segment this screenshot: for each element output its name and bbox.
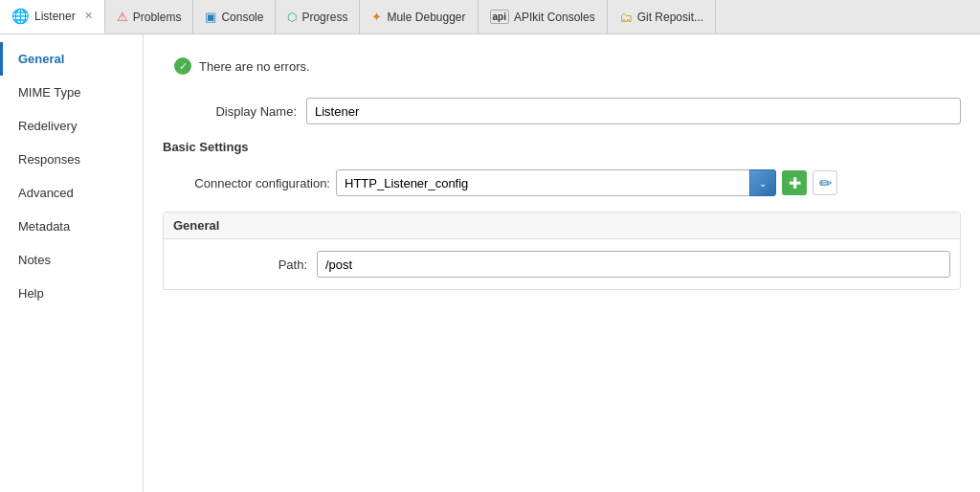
status-text: There are no errors. <box>199 59 310 74</box>
sidebar-item-notes[interactable]: Notes <box>0 243 143 277</box>
tab-problems-label: Problems <box>133 11 182 24</box>
tab-mule-debugger-label: Mule Debugger <box>387 11 465 24</box>
sidebar-label-redelivery: Redelivery <box>18 119 77 133</box>
sidebar-label-responses: Responses <box>18 152 80 167</box>
connector-select-wrap: HTTP_Listener_config ⌄ <box>336 169 776 196</box>
console-icon: ▣ <box>205 10 216 24</box>
tab-apikit[interactable]: api APIkit Consoles <box>479 0 608 34</box>
sidebar-item-help[interactable]: Help <box>0 277 143 310</box>
general-subsection: General Path: <box>163 212 961 290</box>
api-icon: api <box>490 10 509 24</box>
tab-apikit-label: APIkit Consoles <box>514 11 595 24</box>
sidebar-item-advanced[interactable]: Advanced <box>0 176 143 210</box>
general-subsection-body: Path: <box>164 239 960 289</box>
tab-mule-debugger[interactable]: ✦ Mule Debugger <box>360 0 478 34</box>
display-name-row: Display Name: <box>163 98 961 124</box>
git-icon: 🗂 <box>619 10 633 25</box>
tab-close-listener[interactable]: ✕ <box>84 10 93 22</box>
general-subsection-header: General <box>164 212 960 239</box>
path-label: Path: <box>173 257 307 272</box>
globe-icon: 🌐 <box>11 8 30 25</box>
sidebar-item-responses[interactable]: Responses <box>0 143 143 176</box>
display-name-input[interactable] <box>306 98 961 124</box>
sidebar: General MIME Type Redelivery Responses A… <box>0 34 144 492</box>
sidebar-item-redelivery[interactable]: Redelivery <box>0 109 143 143</box>
status-bar: ✓ There are no errors. <box>163 50 961 82</box>
basic-settings-header: Basic Settings <box>163 140 961 158</box>
edit-connector-button[interactable]: ✏ <box>813 170 837 195</box>
problems-icon: ⚠ <box>117 10 128 24</box>
progress-icon: ⬡ <box>287 11 297 24</box>
path-input[interactable] <box>317 251 950 278</box>
status-icon: ✓ <box>174 57 191 75</box>
connector-config-row: Connector configuration: HTTP_Listener_c… <box>182 169 961 196</box>
sidebar-label-notes: Notes <box>18 253 51 267</box>
chevron-down-icon: ⌄ <box>759 178 767 189</box>
connector-select-arrow[interactable]: ⌄ <box>749 169 776 196</box>
tab-console[interactable]: ▣ Console <box>193 0 276 34</box>
tab-console-label: Console <box>221 11 263 24</box>
connector-config-select[interactable]: HTTP_Listener_config <box>336 169 776 196</box>
connector-config-label: Connector configuration: <box>182 176 330 190</box>
tab-listener[interactable]: 🌐 Listener ✕ <box>0 0 105 34</box>
main-area: General MIME Type Redelivery Responses A… <box>0 34 980 492</box>
tab-git-label: Git Reposit... <box>637 11 703 24</box>
plus-icon: ✚ <box>789 174 801 192</box>
tab-bar: 🌐 Listener ✕ ⚠ Problems ▣ Console ⬡ Prog… <box>0 0 980 34</box>
sidebar-label-mime-type: MIME Type <box>18 85 81 100</box>
display-name-label: Display Name: <box>163 104 297 119</box>
path-row: Path: <box>173 251 950 278</box>
sidebar-label-general: General <box>18 52 64 66</box>
sidebar-label-advanced: Advanced <box>18 186 74 200</box>
edit-icon: ✏ <box>819 174 832 192</box>
tab-git[interactable]: 🗂 Git Reposit... <box>608 0 716 34</box>
tab-listener-label: Listener <box>34 10 76 23</box>
mule-debugger-icon: ✦ <box>371 10 382 24</box>
sidebar-item-general[interactable]: General <box>0 42 143 76</box>
sidebar-label-help: Help <box>18 286 44 301</box>
sidebar-item-metadata[interactable]: Metadata <box>0 210 143 243</box>
tab-progress[interactable]: ⬡ Progress <box>276 0 360 34</box>
tab-progress-label: Progress <box>301 11 347 24</box>
add-connector-button[interactable]: ✚ <box>782 170 807 195</box>
tab-problems[interactable]: ⚠ Problems <box>105 0 194 34</box>
sidebar-label-metadata: Metadata <box>18 219 70 234</box>
content-panel: ✓ There are no errors. Display Name: Bas… <box>144 34 980 492</box>
sidebar-item-mime-type[interactable]: MIME Type <box>0 76 143 109</box>
